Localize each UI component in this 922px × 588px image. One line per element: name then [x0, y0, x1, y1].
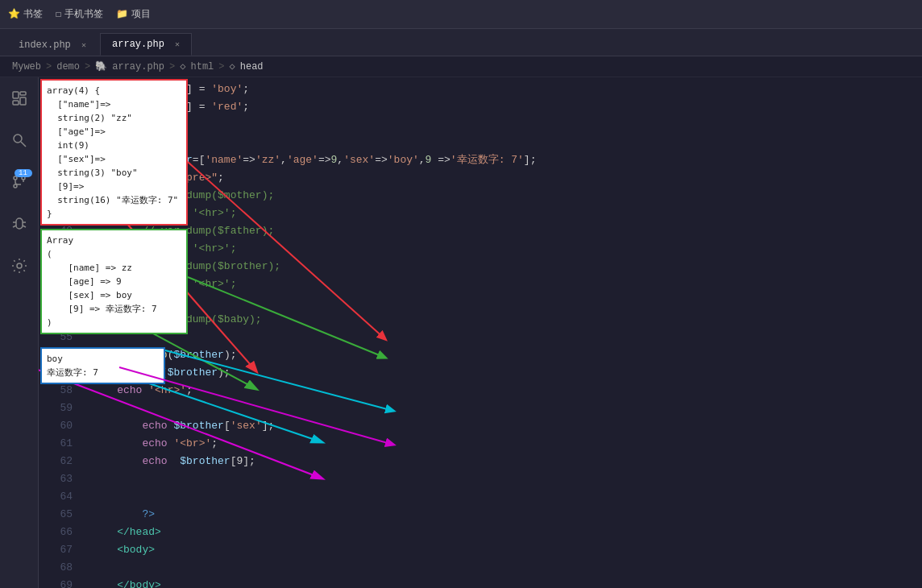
code-line-65: ?> [92, 506, 922, 524]
bc-head-icon: ◇ [230, 60, 235, 72]
tab-index-php[interactable]: index.php ✕ [6, 34, 98, 56]
code-line-66: </head> [92, 524, 922, 541]
bc-array-php[interactable]: array.php [112, 61, 164, 72]
code-line-57: print_r($brother); [92, 364, 922, 382]
svg-line-5 [21, 142, 26, 147]
code-line-48: // echo '<hr>'; [92, 205, 922, 222]
activity-settings[interactable] [5, 251, 34, 280]
code-line-67: <body> [92, 541, 922, 559]
code-line-46: echo "<pre>"; [92, 169, 922, 187]
svg-line-11 [13, 226, 16, 227]
code-line-45: $brother=['name'=>'zz','age'=>9,'sex'=>'… [92, 151, 922, 169]
activity-search[interactable] [5, 126, 34, 155]
code-line-50: // echo '<hr>'; [92, 240, 922, 258]
code-line-54: // var_dump($baby); [92, 311, 922, 329]
projects-item[interactable]: 📁 项目 [116, 7, 151, 21]
mobile-label: 手机书签 [64, 7, 103, 21]
tab-array-label: array.php [112, 39, 164, 50]
code-line-62: echo $brother[9]; [92, 453, 922, 470]
svg-line-12 [23, 226, 26, 227]
svg-rect-0 [13, 92, 19, 98]
bookmarks-label: 书签 [23, 7, 43, 21]
code-line-55 [92, 329, 922, 346]
code-line-63 [92, 470, 922, 488]
code-line-59 [92, 400, 922, 417]
phone-icon: ☐ [56, 8, 61, 20]
code-line-51: // var_dump($brother); [92, 258, 922, 275]
mobile-bookmarks-item[interactable]: ☐ 手机书签 [56, 7, 103, 21]
svg-point-13 [17, 263, 22, 268]
code-content[interactable]: $baby[3] = 'boy'; $baby[9] = 'red'; */ $… [79, 77, 922, 588]
projects-label: 项目 [131, 7, 151, 21]
svg-rect-1 [20, 92, 26, 95]
activity-debug[interactable] [5, 209, 34, 238]
bc-head[interactable]: head [240, 61, 264, 72]
breadcrumb: Myweb > demo > 🐘 array.php > ◇ html > ◇ … [0, 56, 922, 77]
activity-bar [0, 77, 39, 588]
code-line-52: // echo '<hr>'; [92, 275, 922, 293]
bc-html-icon: ◇ [180, 60, 185, 72]
code-line-47: // var_dump($mother); [92, 187, 922, 205]
code-line-42: $baby[9] = 'red'; [92, 98, 922, 116]
activity-explorer[interactable] [5, 84, 34, 113]
code-line-58: echo '<hr>'; [92, 382, 922, 400]
close-icon[interactable]: ✕ [175, 40, 180, 49]
editor: 41424344 45464748 49505152 53545556 5758… [39, 77, 922, 588]
tab-index-label: index.php [19, 39, 71, 51]
star-icon: ⭐ [8, 8, 20, 20]
bc-myweb[interactable]: Myweb [12, 61, 41, 72]
code-line-49: // var_dump($father); [92, 222, 922, 240]
svg-point-6 [14, 176, 17, 180]
svg-point-7 [22, 176, 25, 180]
bookmarks-item[interactable]: ⭐ 书签 [8, 7, 43, 21]
tabs-bar: index.php ✕ array.php ✕ [0, 29, 922, 56]
svg-point-4 [14, 135, 22, 143]
line-numbers: 41424344 45464748 49505152 53545556 5758… [39, 77, 79, 588]
activity-git[interactable] [5, 168, 34, 197]
close-icon[interactable]: ✕ [81, 41, 86, 50]
bc-php-icon: 🐘 [95, 60, 107, 72]
svg-rect-3 [13, 101, 19, 105]
code-line-69: </body> [92, 577, 922, 588]
bc-demo[interactable]: demo [56, 61, 80, 72]
code-area: 41424344 45464748 49505152 53545556 5758… [39, 77, 922, 588]
code-line-61: echo '<br>'; [92, 435, 922, 453]
svg-rect-2 [20, 97, 26, 105]
code-line-64 [92, 488, 922, 506]
code-line-44 [92, 134, 922, 151]
main-area: 41424344 45464748 49505152 53545556 5758… [0, 77, 922, 588]
code-line-68 [92, 559, 922, 577]
code-line-60: echo $brother['sex']; [92, 417, 922, 435]
code-line-53 [92, 293, 922, 311]
tab-array-php[interactable]: array.php ✕ [100, 33, 192, 56]
bc-html[interactable]: html [190, 61, 214, 72]
code-line-41: $baby[3] = 'boy'; [92, 81, 922, 98]
svg-point-8 [14, 184, 17, 188]
topbar: ⭐ 书签 ☐ 手机书签 📁 项目 [0, 0, 922, 29]
code-line-56: var_dump($brother); [92, 346, 922, 364]
folder-icon: 📁 [116, 8, 128, 20]
code-line-43: */ [92, 116, 922, 134]
